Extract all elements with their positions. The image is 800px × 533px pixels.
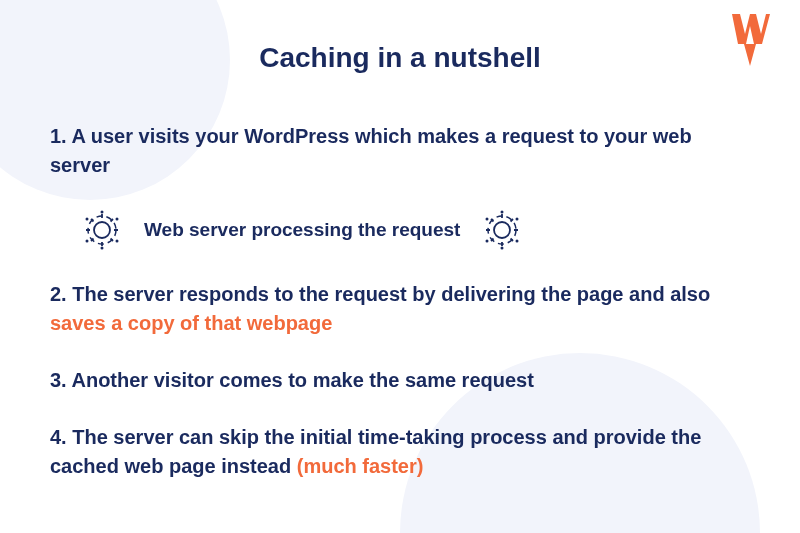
svg-point-1 bbox=[94, 222, 110, 238]
brand-logo bbox=[730, 12, 770, 72]
processing-row: Web server processing the request bbox=[80, 208, 750, 252]
svg-point-5 bbox=[116, 240, 119, 243]
step-2: 2. The server responds to the request by… bbox=[50, 280, 750, 338]
step-3: 3. Another visitor comes to make the sam… bbox=[50, 366, 750, 395]
svg-point-13 bbox=[516, 240, 519, 243]
svg-point-11 bbox=[516, 218, 519, 221]
step-4: 4. The server can skip the initial time-… bbox=[50, 423, 750, 481]
gear-processing-icon bbox=[80, 208, 124, 252]
svg-point-10 bbox=[486, 218, 489, 221]
step-1: 1. A user visits your WordPress which ma… bbox=[50, 122, 750, 180]
svg-point-3 bbox=[116, 218, 119, 221]
processing-label: Web server processing the request bbox=[144, 219, 460, 241]
page-title: Caching in a nutshell bbox=[50, 42, 750, 74]
svg-point-4 bbox=[86, 240, 89, 243]
svg-point-7 bbox=[101, 247, 104, 250]
gear-processing-icon bbox=[480, 208, 524, 252]
svg-point-12 bbox=[486, 240, 489, 243]
main-content: Caching in a nutshell 1. A user visits y… bbox=[50, 42, 750, 481]
svg-point-14 bbox=[501, 211, 504, 214]
svg-point-2 bbox=[86, 218, 89, 221]
svg-point-6 bbox=[101, 211, 104, 214]
step-4-highlight: (much faster) bbox=[297, 455, 424, 477]
svg-point-9 bbox=[494, 222, 510, 238]
svg-point-15 bbox=[501, 247, 504, 250]
step-2-prefix: 2. The server responds to the request by… bbox=[50, 283, 710, 305]
step-2-highlight: saves a copy of that webpage bbox=[50, 312, 332, 334]
